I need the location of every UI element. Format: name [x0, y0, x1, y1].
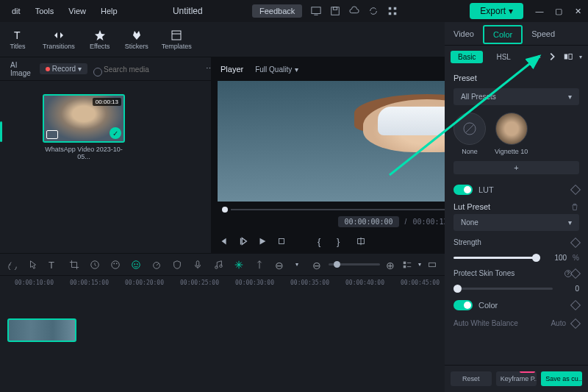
search-input[interactable] — [92, 65, 197, 74]
ai-image-button[interactable]: AI Image — [6, 60, 35, 79]
save-icon[interactable] — [330, 6, 340, 16]
ruler-mark: 00:00:35:00 — [290, 279, 329, 286]
brace-open-icon[interactable]: { — [318, 236, 328, 246]
stop-icon[interactable] — [276, 236, 287, 246]
properties-panel: Video Color Speed Basic HSL ‹ ▾ Preset A… — [445, 22, 588, 392]
svg-rect-0 — [312, 7, 320, 14]
protect-value[interactable]: 0 — [559, 285, 579, 293]
crop-icon[interactable] — [69, 260, 79, 270]
subtab-hsl[interactable]: HSL — [489, 51, 517, 63]
menu-view[interactable]: View — [62, 4, 92, 18]
save-as-button[interactable]: Save as cu... — [541, 371, 582, 386]
strength-keyframe-icon[interactable] — [570, 237, 581, 247]
menu-help[interactable]: Help — [95, 4, 123, 18]
color-label: Color — [478, 301, 498, 310]
time-icon[interactable] — [90, 260, 100, 270]
strength-value[interactable]: 100 — [546, 254, 567, 262]
export-button[interactable]: Export▾ — [470, 3, 523, 19]
monitor-icon[interactable] — [311, 6, 321, 16]
zoom-in-icon[interactable]: ⊕ — [386, 260, 396, 270]
tab-speed[interactable]: Speed — [523, 22, 564, 45]
color-keyframe-icon[interactable] — [570, 300, 581, 310]
trash-icon[interactable] — [570, 202, 579, 211]
palette-icon[interactable] — [110, 260, 121, 270]
feedback-button[interactable]: Feedback — [252, 4, 302, 18]
chevron-down-icon[interactable]: ▾ — [579, 54, 582, 60]
undo-icon[interactable] — [7, 260, 18, 270]
preset-select[interactable]: All Presets▾ — [453, 88, 579, 105]
svg-rect-35 — [404, 261, 406, 264]
templates-tab[interactable]: Templates — [159, 28, 195, 51]
zoom-slider[interactable] — [329, 263, 380, 266]
media-clip[interactable]: 00:00:13 ✓ WhatsApp Video 2023-10-05... — [43, 94, 125, 160]
protect-keyframe-icon[interactable] — [570, 268, 581, 278]
marker-tool-icon[interactable] — [254, 260, 265, 270]
timeline-ruler[interactable]: 00:00:10:0000:00:15:0000:00:20:0000:00:2… — [0, 276, 445, 289]
titles-tab[interactable]: TTitles — [3, 28, 32, 51]
stickers-tab[interactable]: Stickers — [122, 28, 151, 51]
effects-tab[interactable]: Effects — [85, 28, 115, 51]
player-tab[interactable]: Player — [220, 65, 243, 74]
speed-tool-icon[interactable] — [151, 260, 162, 270]
vr-badge-icon — [46, 130, 58, 139]
step-back-icon[interactable] — [238, 236, 248, 246]
lut-toggle[interactable] — [453, 185, 473, 195]
play-icon[interactable] — [257, 236, 268, 246]
lut-label: LUT — [478, 185, 494, 194]
protect-slider[interactable] — [453, 288, 553, 290]
menu-tools[interactable]: Tools — [29, 4, 60, 18]
quality-select[interactable]: Full Quality▾ — [255, 65, 298, 74]
view-grid-icon[interactable] — [402, 260, 412, 270]
chevron-right-icon[interactable] — [547, 51, 557, 62]
awb-auto-button[interactable]: Auto — [551, 319, 566, 327]
zoom-out-icon[interactable]: ⊖ — [312, 260, 323, 270]
shield-icon[interactable] — [172, 260, 182, 270]
lut-preset-select[interactable]: None▾ — [453, 214, 579, 231]
svg-point-26 — [116, 263, 118, 264]
fit-icon[interactable] — [427, 260, 437, 270]
minus-icon[interactable]: ⊖ — [275, 260, 285, 270]
enhance-icon[interactable] — [234, 260, 244, 270]
keyframe-button[interactable]: BETAKeyframe P... — [496, 371, 537, 386]
marker-icon[interactable] — [356, 236, 366, 246]
cloud-icon[interactable] — [349, 6, 359, 16]
svg-rect-36 — [404, 265, 406, 268]
timecode-current[interactable]: 00:00:00:00 — [338, 216, 398, 227]
effects-icon — [94, 29, 106, 41]
grid-icon[interactable] — [387, 6, 398, 16]
prev-icon[interactable] — [219, 236, 229, 246]
brace-close-icon[interactable]: } — [337, 236, 347, 246]
awb-keyframe-icon[interactable] — [570, 318, 581, 328]
subtab-basic[interactable]: Basic — [451, 51, 483, 63]
ruler-mark: 00:00:25:00 — [180, 279, 219, 286]
menu-edit[interactable]: dit — [6, 4, 26, 18]
mic-icon[interactable] — [193, 260, 203, 270]
compare-icon[interactable] — [563, 51, 573, 62]
subtab-prev-icon[interactable]: ‹ — [539, 53, 541, 60]
svg-rect-4 — [389, 7, 392, 10]
maximize-button[interactable]: ▢ — [554, 7, 563, 15]
add-preset-button[interactable]: + — [453, 161, 579, 174]
refresh-icon[interactable] — [368, 6, 379, 16]
text-tool-icon[interactable]: T — [49, 260, 59, 270]
preset-vignette[interactable]: Vignette 10 — [495, 113, 528, 155]
svg-point-24 — [112, 260, 120, 268]
record-button[interactable]: Record▾ — [40, 63, 87, 74]
pointer-icon[interactable] — [28, 260, 38, 270]
minimize-button[interactable]: — — [535, 7, 544, 15]
tab-video[interactable]: Video — [445, 22, 483, 45]
lut-keyframe-icon[interactable] — [570, 185, 581, 195]
music-icon[interactable] — [213, 260, 223, 270]
close-button[interactable]: ✕ — [573, 7, 582, 15]
timeline-clip[interactable] — [7, 318, 76, 342]
svg-rect-13 — [279, 239, 284, 244]
ruler-mark: 00:00:20:00 — [125, 279, 164, 286]
svg-rect-9 — [172, 31, 181, 40]
tab-color[interactable]: Color — [483, 25, 523, 44]
preset-none[interactable]: None — [453, 113, 486, 155]
ai-tool-icon[interactable] — [131, 260, 141, 270]
reset-button[interactable]: Reset — [451, 371, 492, 386]
color-toggle[interactable] — [453, 300, 473, 310]
transitions-tab[interactable]: Transitions — [40, 28, 78, 51]
strength-slider[interactable] — [453, 257, 540, 259]
